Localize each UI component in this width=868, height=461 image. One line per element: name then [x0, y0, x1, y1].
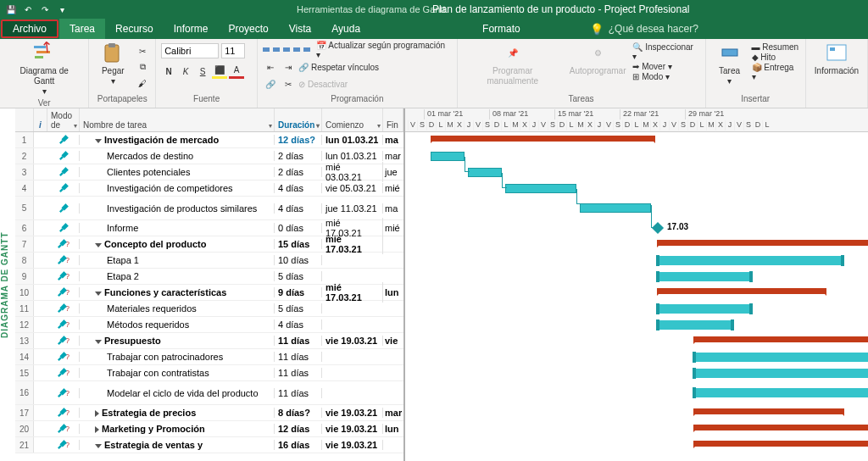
titlebar: 💾 ↶ ↷ ▾ Herramientas de diagrama de Gant… [0, 0, 868, 19]
move-button[interactable]: ➡ Mover ▾ [632, 62, 699, 71]
unlink-icon[interactable]: ✂ [281, 76, 296, 92]
name-column-header[interactable]: Nombre de tarea▾ [80, 108, 275, 131]
svg-rect-11 [827, 45, 846, 60]
table-row[interactable]: 11?Materiales requeridos5 días [15, 301, 403, 317]
copy-icon[interactable]: ⧉ [135, 59, 150, 75]
tab-help[interactable]: Ayuda [321, 19, 370, 39]
tab-file[interactable]: Archivo [1, 19, 58, 38]
gantt-view-button[interactable]: Diagrama de Gantt ▾ [5, 41, 83, 98]
svg-rect-8 [293, 47, 300, 52]
ribbon: Diagrama de Gantt ▾ Ver Pegar ▾ ✂ ⧉ 🖌 Po… [0, 39, 868, 108]
information-button[interactable]: Información [811, 41, 862, 78]
duration-column-header[interactable]: Duración▾ [275, 108, 322, 131]
ribbon-tabs: Archivo Tarea Recurso Informe Proyecto V… [0, 19, 868, 39]
table-row[interactable]: 8?Etapa 110 días [15, 253, 403, 269]
task-icon [718, 42, 742, 64]
font-color-button[interactable]: A [229, 64, 244, 79]
table-row[interactable]: 12?Métodos requeridos4 días [15, 317, 403, 333]
auto-icon: ⚙ [586, 42, 609, 64]
table-row[interactable]: 3Clientes potenciales2 díasmié 03.03.21j… [15, 164, 403, 181]
column-headers: i Modo de▾ Nombre de tarea▾ Duración▾ Co… [15, 108, 403, 132]
table-row[interactable]: 14?Trabajar con patrocinadores11 días [15, 349, 403, 365]
tab-view[interactable]: Vista [279, 19, 321, 39]
finish-column-header[interactable]: Fin [383, 108, 403, 131]
start-column-header[interactable]: Comienzo▾ [322, 108, 383, 131]
redo-icon[interactable]: ↷ [39, 3, 51, 15]
tab-format[interactable]: Formato [472, 19, 531, 39]
side-label: DIAGRAMA DE GANTT [0, 108, 15, 461]
row-number-header[interactable] [15, 108, 34, 131]
chevron-down-icon[interactable]: ▾ [74, 122, 77, 130]
chevron-down-icon[interactable]: ▾ [377, 122, 381, 130]
table-row[interactable]: 7?Concepto del producto15 díasmié 17.03.… [15, 236, 403, 253]
update-schedule-button[interactable]: 📅 Actualizar según programación ▾ [316, 41, 452, 59]
font-size-select[interactable] [221, 43, 245, 58]
tab-report[interactable]: Informe [164, 19, 219, 39]
chevron-down-icon[interactable]: ▾ [316, 122, 320, 130]
indent-icon[interactable]: ⇥ [281, 59, 296, 75]
fill-color-button[interactable]: ⬛ [212, 64, 227, 79]
auto-schedule-button[interactable]: ⚙ Autoprogramar [566, 41, 630, 78]
outdent-icon[interactable]: ⇤ [263, 59, 278, 75]
svg-rect-7 [283, 47, 290, 52]
svg-rect-0 [34, 46, 46, 48]
tab-task[interactable]: Tarea [59, 19, 105, 39]
table-row[interactable]: 17?Estrategia de precios8 días?vie 19.03… [15, 405, 403, 421]
timescale: 01 mar '2108 mar '2115 mar '2122 mar '21… [405, 108, 868, 132]
undo-icon[interactable]: ↶ [22, 3, 34, 15]
clipboard-icon [101, 42, 125, 64]
deactivate-button: ⊘ Desactivar [298, 80, 348, 89]
deliverable-button[interactable]: 📦 Entrega ▾ [752, 63, 800, 81]
cut-icon[interactable]: ✂ [135, 43, 150, 58]
svg-rect-12 [830, 47, 835, 51]
table-row[interactable]: 4Investigación de competidores4 díasvie … [15, 181, 403, 197]
svg-rect-5 [263, 47, 270, 52]
gantt-chart-icon [32, 42, 56, 64]
tab-resource[interactable]: Recurso [105, 19, 164, 39]
table-row[interactable]: 21?Estrategia de ventas y16 díasvie 19.0… [15, 437, 403, 453]
table-row[interactable]: 1Investigación de mercado12 días?lun 01.… [15, 132, 403, 148]
italic-button[interactable]: K [178, 64, 193, 79]
link-icon[interactable]: 🔗 [263, 76, 278, 92]
underline-button[interactable]: S [195, 64, 210, 79]
table-row[interactable]: 5Investigación de productos similares4 d… [15, 197, 403, 220]
mode-button[interactable]: ⊞ Modo ▾ [632, 72, 699, 81]
tell-me-search[interactable]: 💡 ¿Qué desea hacer? [590, 19, 698, 39]
format-painter-icon[interactable]: 🖌 [135, 75, 150, 91]
svg-rect-2 [35, 56, 43, 58]
chevron-down-icon[interactable]: ▾ [269, 122, 272, 130]
tab-project[interactable]: Proyecto [218, 19, 278, 39]
svg-rect-1 [36, 51, 50, 53]
table-row[interactable]: 10?Funciones y características9 díasmié … [15, 285, 403, 301]
ribbon-group-tasks: 📌 Programar manualmente ⚙ Autoprogramar … [458, 39, 706, 108]
summary-button[interactable]: ▬ Resumen [752, 42, 800, 52]
table-row[interactable]: 16?Modelar el ciclo de vida del producto… [15, 381, 403, 405]
ribbon-group-schedule: 📅 Actualizar según programación ▾ ⇤ ⇥ 🔗 … [258, 39, 457, 108]
info-icon [825, 42, 849, 64]
table-row[interactable]: 13?Presupuesto11 díasvie 19.03.21vie [15, 333, 403, 349]
manual-schedule-button[interactable]: 📌 Programar manualmente [463, 41, 563, 88]
font-name-select[interactable] [161, 43, 219, 58]
tell-me-placeholder: ¿Qué desea hacer? [609, 23, 698, 35]
paste-button[interactable]: Pegar ▾ [94, 41, 131, 88]
gantt-chart[interactable]: 01 mar '2108 mar '2115 mar '2122 mar '21… [405, 108, 868, 461]
milestone-button[interactable]: ◆ Hito [752, 53, 800, 62]
task-rows[interactable]: 1Investigación de mercado12 días?lun 01.… [15, 132, 403, 461]
table-row[interactable]: 15?Trabajar con contratistas11 días [15, 365, 403, 381]
respect-links-button[interactable]: 🔗 Respetar vínculos [298, 63, 379, 72]
save-icon[interactable]: 💾 [5, 3, 17, 15]
table-row[interactable]: 20?Marketing y Promoción12 díasvie 19.03… [15, 421, 403, 437]
info-column-header[interactable]: i [34, 108, 47, 131]
svg-rect-24 [58, 228, 63, 232]
mode-column-header[interactable]: Modo de▾ [47, 108, 80, 131]
content-area: DIAGRAMA DE GANTT i Modo de▾ Nombre de t… [0, 108, 868, 461]
task-button[interactable]: Tarea ▾ [711, 41, 748, 88]
progress-icons[interactable] [263, 45, 314, 55]
svg-rect-9 [303, 47, 310, 52]
qat-dropdown-icon[interactable]: ▾ [56, 3, 68, 15]
bold-button[interactable]: N [161, 64, 176, 79]
inspect-button[interactable]: 🔍 Inspeccionar ▾ [632, 42, 699, 61]
context-tab-label: Herramientas de diagrama de Gantt [297, 0, 445, 19]
window-title: Plan de lanzamiento de un producto - Pro… [432, 0, 690, 19]
lightbulb-icon: 💡 [590, 23, 604, 36]
